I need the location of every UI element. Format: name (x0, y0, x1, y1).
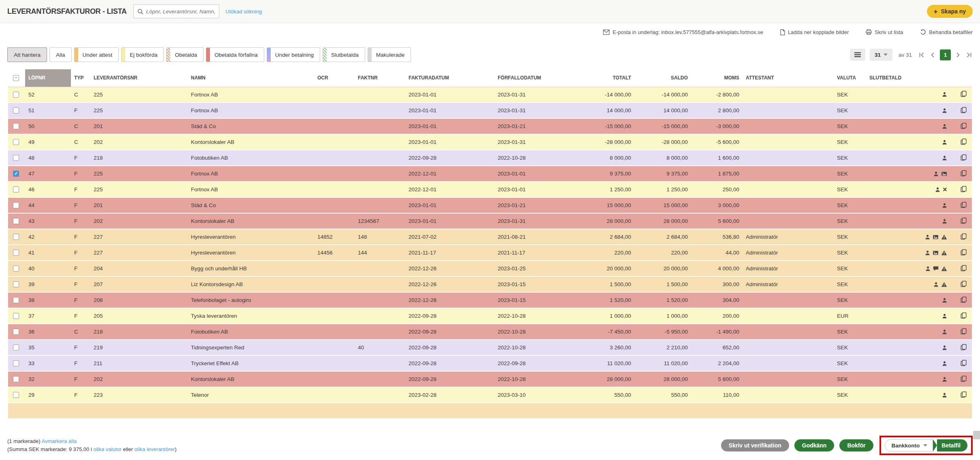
row-checkbox[interactable] (13, 265, 19, 272)
copy-icon[interactable] (960, 328, 967, 335)
person-icon[interactable] (942, 313, 947, 319)
copy-icon[interactable] (960, 265, 967, 272)
invoice-row-43[interactable]: 43F202Kontorslokaler AB12345672023-01-01… (8, 213, 972, 229)
person-icon[interactable] (942, 155, 947, 161)
filter-obetalda-f-rfallna[interactable]: Obetalda förfallna (206, 47, 264, 62)
person-icon[interactable] (942, 297, 947, 303)
row-checkbox[interactable] (13, 202, 19, 208)
warning-icon[interactable] (941, 282, 947, 287)
col-header-faktnr[interactable]: FAKTNR (355, 69, 405, 87)
col-header-typ[interactable]: TYP (71, 69, 90, 87)
process-payment-files-link[interactable]: Behandla betalfiler (920, 29, 973, 35)
search-box[interactable] (133, 4, 219, 18)
col-header-icons[interactable] (919, 69, 950, 87)
col-header-attestant[interactable]: ATTESTANT (742, 69, 834, 87)
advanced-search-link[interactable]: Utökad sökning (226, 9, 262, 15)
col-header-forfallodatum[interactable]: FÖRFALLODATUM (494, 69, 586, 87)
person-icon[interactable] (942, 218, 947, 224)
row-checkbox[interactable] (13, 392, 19, 398)
row-checkbox[interactable] (13, 218, 19, 224)
row-checkbox[interactable] (13, 281, 19, 287)
warning-icon[interactable] (941, 250, 947, 256)
x-icon[interactable] (943, 187, 947, 192)
different-suppliers-link[interactable]: olika leverantörer (135, 446, 175, 452)
filter-slutbetalda[interactable]: Slutbetalda (323, 47, 365, 62)
person-icon[interactable] (925, 234, 930, 240)
invoice-row-36[interactable]: 36C218Fotobutiken AB2022-09-282022-10-28… (8, 324, 972, 340)
invoice-row-50[interactable]: 50C201Städ & Co2023-01-012023-01-21-15 0… (8, 118, 972, 134)
person-icon[interactable] (942, 345, 947, 351)
copy-icon[interactable] (960, 249, 967, 256)
copy-icon[interactable] (960, 154, 967, 161)
select-all-checkbox[interactable] (13, 75, 19, 81)
invoice-row-49[interactable]: 49C202Kontorslokaler AB2023-01-012023-01… (8, 134, 972, 150)
email-underlag-link[interactable]: E-posta in underlag: inbox.lev.577555@al… (603, 29, 763, 35)
invoice-row-29[interactable]: 29F223Telenor2023-02-282023-03-10550,005… (8, 387, 972, 403)
copy-icon[interactable] (960, 359, 967, 366)
row-checkbox[interactable] (13, 107, 19, 113)
scrollbar-corner[interactable] (973, 431, 980, 439)
col-header-fakturadatum[interactable]: FAKTURADATUM (405, 69, 494, 87)
post-button[interactable]: Bokför (839, 439, 873, 451)
copy-icon[interactable] (960, 391, 967, 398)
row-checkbox[interactable] (13, 171, 19, 177)
previous-page-button[interactable] (930, 51, 935, 58)
row-checkbox[interactable] (13, 376, 19, 382)
copy-icon[interactable] (960, 280, 967, 287)
person-icon[interactable] (942, 377, 947, 382)
invoice-row-52[interactable]: 52C225Fortnox AB2023-01-012023-01-31-14 … (8, 87, 972, 103)
invoice-row-51[interactable]: 51F225Fortnox AB2023-01-012023-01-3114 0… (8, 103, 972, 118)
copy-icon[interactable] (960, 122, 967, 129)
row-checkbox[interactable] (13, 139, 19, 145)
copy-icon[interactable] (960, 138, 967, 145)
person-icon[interactable] (942, 392, 947, 398)
person-icon[interactable] (942, 124, 947, 129)
filter-under-attest[interactable]: Under attest (74, 47, 119, 62)
payment-file-button[interactable]: Betalfil (937, 439, 967, 451)
image-icon[interactable] (933, 250, 939, 256)
copy-icon[interactable] (960, 107, 967, 113)
person-icon[interactable] (935, 187, 940, 193)
approve-button[interactable]: Godkänn (794, 439, 834, 451)
col-header-copy[interactable] (950, 69, 972, 87)
col-header-levnr[interactable]: LEVERANTÖRSNR (90, 69, 188, 87)
filter-att-hantera[interactable]: Att hantera (7, 47, 47, 62)
different-currencies-link[interactable]: olika valutor (93, 446, 121, 452)
current-page-button[interactable]: 1 (940, 49, 951, 60)
col-header-namn[interactable]: NAMN (188, 69, 314, 87)
person-icon[interactable] (942, 108, 947, 113)
copy-icon[interactable] (960, 375, 967, 382)
row-checkbox[interactable] (13, 123, 19, 129)
image-icon[interactable] (941, 171, 947, 177)
invoice-row-40[interactable]: 40F204Bygg och underhåll HB2022-12-26202… (8, 261, 972, 276)
create-new-button[interactable]: + Skapa ny (927, 5, 973, 18)
invoice-row-38[interactable]: 38F208Telefonbolaget - autogiro2022-12-2… (8, 292, 972, 308)
invoice-row-35[interactable]: 35F219Tidningsexperten Red402022-09-2820… (8, 340, 972, 355)
col-header-moms[interactable]: MOMS (691, 69, 742, 87)
person-icon[interactable] (942, 139, 947, 145)
filter-makulerade[interactable]: Makulerade (368, 47, 411, 62)
row-checkbox[interactable] (13, 313, 19, 319)
person-icon[interactable] (942, 329, 947, 335)
col-header-ocr[interactable]: OCR (314, 69, 355, 87)
col-header-slutbetald[interactable]: SLUTBETALD (866, 69, 919, 87)
row-checkbox[interactable] (13, 92, 19, 98)
person-icon[interactable] (933, 282, 939, 287)
invoice-row-39[interactable]: 39F207Liz Kontorsdesign AB2022-12-262023… (8, 276, 972, 292)
search-input[interactable] (146, 9, 215, 15)
print-list-link[interactable]: Skriv ut lista (866, 29, 903, 35)
invoice-row-33[interactable]: 33F211Tryckeriet Effekt AB2022-09-282022… (8, 355, 972, 371)
bank-account-dropdown[interactable]: Bankkonto (885, 439, 933, 451)
invoice-row-46[interactable]: 46F225Fortnox AB2022-12-012023-01-011 25… (8, 182, 972, 197)
invoice-row-42[interactable]: 42F227Hyresleverantören148521482021-07-0… (8, 229, 972, 245)
deselect-all-link[interactable]: Avmarkera alla (42, 438, 77, 444)
person-icon[interactable] (942, 203, 947, 208)
filter-obetalda[interactable]: Obetalda (166, 47, 203, 62)
print-verification-button[interactable]: Skriv ut verifikation (721, 439, 789, 451)
last-page-button[interactable] (965, 51, 973, 58)
next-page-button[interactable] (955, 51, 961, 58)
comment-icon[interactable] (933, 266, 939, 271)
col-header-check[interactable] (8, 69, 25, 87)
page-size-dropdown[interactable]: 31 (870, 49, 892, 61)
copy-icon[interactable] (960, 90, 967, 97)
